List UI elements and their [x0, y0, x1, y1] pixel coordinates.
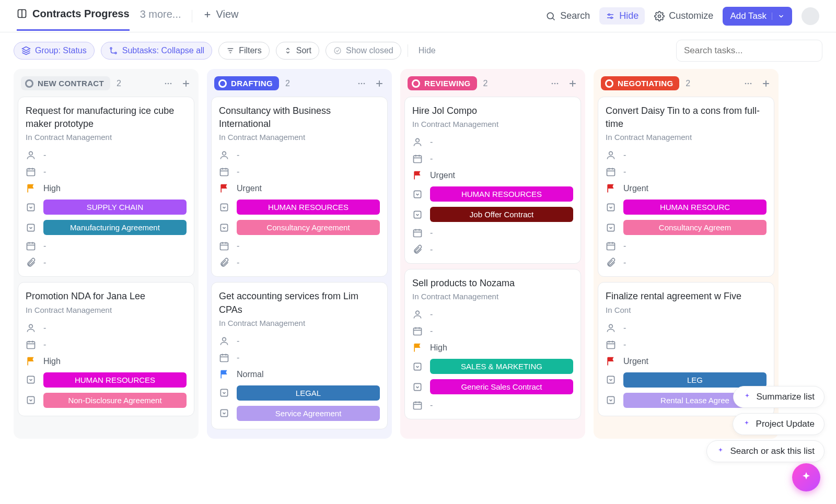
ai-summarize[interactable]: Summarize list — [733, 386, 825, 408]
add-task-button[interactable]: Add Task — [723, 7, 792, 26]
badge[interactable]: SALES & MARKETING — [430, 359, 573, 374]
card-row[interactable]: - — [26, 238, 187, 254]
task-card[interactable]: Promotion NDA for Jana LeeIn Contract Ma… — [18, 282, 194, 416]
card-row[interactable]: SALES & MARKETING — [412, 356, 573, 377]
card-row[interactable]: SUPPLY CHAIN — [26, 197, 187, 217]
card-row[interactable]: Urgent — [606, 180, 767, 197]
add-card-icon[interactable] — [567, 78, 578, 89]
badge[interactable]: Job Offer Contract — [430, 207, 573, 222]
add-card-icon[interactable] — [761, 78, 771, 89]
avatar[interactable] — [802, 7, 819, 25]
card-row[interactable]: HUMAN RESOURC — [606, 197, 767, 217]
badge[interactable]: HUMAN RESOURC — [623, 200, 767, 215]
ai-project-update[interactable]: Project Update — [733, 413, 825, 435]
badge[interactable]: Service Agreement — [237, 406, 380, 421]
badge[interactable]: HUMAN RESOURCES — [430, 186, 573, 202]
card-row[interactable]: Job Offer Contract — [412, 204, 573, 225]
task-card[interactable]: Consultancy with Business InternationalI… — [211, 97, 388, 277]
badge[interactable]: HUMAN RESOURCES — [43, 372, 187, 388]
ai-search[interactable]: Search or ask this list — [706, 440, 825, 449]
more-icon[interactable] — [550, 78, 560, 89]
card-row[interactable]: Normal — [219, 366, 380, 383]
task-card[interactable]: Request for manufacturing ice cube maker… — [18, 97, 194, 277]
group-pill[interactable]: Group: Status — [14, 42, 95, 60]
card-row[interactable]: - — [606, 147, 767, 163]
card-row[interactable]: - — [606, 320, 767, 336]
card-row[interactable]: Urgent — [606, 353, 767, 370]
card-row[interactable]: - — [412, 150, 573, 167]
card-row[interactable]: - — [219, 349, 380, 366]
show-closed-pill[interactable]: Show closed — [326, 42, 401, 60]
card-row[interactable]: - — [219, 147, 380, 163]
toolbar-hide[interactable]: Hide — [414, 46, 440, 55]
status-chip[interactable]: REVIEWING — [408, 76, 477, 90]
card-row[interactable]: - — [412, 323, 573, 339]
task-card[interactable]: Hire Jol CompoIn Contract Management--Ur… — [404, 97, 581, 264]
card-row[interactable]: High — [26, 353, 187, 370]
search-button[interactable]: Search — [545, 10, 590, 21]
status-chip[interactable]: NEGOTIATING — [601, 76, 679, 90]
card-row[interactable]: - — [26, 147, 187, 163]
add-card-icon[interactable] — [181, 78, 191, 89]
status-chip[interactable]: NEW CONTRACT — [21, 76, 110, 90]
task-card[interactable]: Sell products to NozamaIn Contract Manag… — [404, 269, 581, 419]
card-row[interactable]: Non-Disclosure Agreement — [26, 390, 187, 411]
badge[interactable]: LEG — [623, 372, 767, 388]
card-row[interactable]: - — [412, 397, 573, 414]
search-tasks-input[interactable] — [676, 40, 822, 62]
badge[interactable]: Manufacturing Agreement — [43, 220, 187, 235]
tabs-more[interactable]: 3 more... — [140, 8, 181, 30]
card-row[interactable]: - — [219, 333, 380, 349]
badge[interactable]: Generic Sales Contract — [430, 379, 573, 394]
card-row[interactable]: Consultancy Agreement — [219, 217, 380, 238]
card-row[interactable]: Urgent — [219, 180, 380, 197]
card-row[interactable]: Urgent — [412, 167, 573, 184]
card-row[interactable]: - — [26, 163, 187, 180]
card-row[interactable]: HUMAN RESOURCES — [412, 184, 573, 204]
card-row[interactable]: High — [26, 180, 187, 197]
customize-button[interactable]: Customize — [654, 10, 713, 21]
badge[interactable]: Non-Disclosure Agreement — [43, 393, 187, 408]
badge[interactable]: Consultancy Agreem — [623, 220, 767, 235]
card-row[interactable]: High — [412, 339, 573, 356]
card-row[interactable]: Manufacturing Agreement — [26, 217, 187, 238]
more-icon[interactable] — [743, 78, 753, 89]
chevron-down-icon[interactable] — [772, 13, 785, 20]
card-row[interactable]: - — [412, 241, 573, 258]
card-row[interactable]: - — [412, 134, 573, 150]
card-row[interactable]: - — [412, 306, 573, 323]
card-row[interactable]: Service Agreement — [219, 403, 380, 424]
card-row[interactable]: - — [606, 238, 767, 254]
subtasks-pill[interactable]: Subtasks: Collapse all — [101, 42, 212, 60]
task-card[interactable]: Convert Daisy Tin to a cons from full-ti… — [598, 97, 774, 277]
badge[interactable]: Consultancy Agreement — [237, 220, 380, 235]
card-row[interactable]: - — [26, 320, 187, 336]
card-row[interactable]: - — [412, 225, 573, 241]
card-row[interactable]: - — [26, 254, 187, 271]
hide-button[interactable]: Hide — [599, 7, 645, 25]
card-row[interactable]: HUMAN RESOURCES — [219, 197, 380, 217]
card-row[interactable]: - — [219, 254, 380, 271]
card-row[interactable]: - — [26, 336, 187, 353]
card-row[interactable]: - — [606, 336, 767, 353]
badge[interactable]: HUMAN RESOURCES — [237, 200, 380, 215]
card-row[interactable]: - — [219, 238, 380, 254]
add-card-icon[interactable] — [374, 78, 385, 89]
card-row[interactable]: - — [606, 254, 767, 271]
card-row[interactable]: HUMAN RESOURCES — [26, 370, 187, 390]
card-row[interactable]: LEGAL — [219, 383, 380, 403]
sort-pill[interactable]: Sort — [276, 42, 319, 60]
status-chip[interactable]: DRAFTING — [214, 76, 279, 90]
more-icon[interactable] — [356, 78, 367, 89]
card-row[interactable]: Consultancy Agreem — [606, 217, 767, 238]
tab-contracts-progress[interactable]: Contracts Progress — [17, 8, 130, 31]
filters-pill[interactable]: Filters — [218, 42, 270, 60]
card-row[interactable]: - — [606, 163, 767, 180]
card-row[interactable]: - — [219, 163, 380, 180]
add-view-button[interactable]: View — [203, 8, 239, 30]
more-icon[interactable] — [163, 78, 173, 89]
badge[interactable]: SUPPLY CHAIN — [43, 200, 187, 215]
card-row[interactable]: Generic Sales Contract — [412, 377, 573, 397]
badge[interactable]: LEGAL — [237, 385, 380, 401]
task-card[interactable]: Get accounting services from Lim CPAsIn … — [211, 282, 388, 429]
